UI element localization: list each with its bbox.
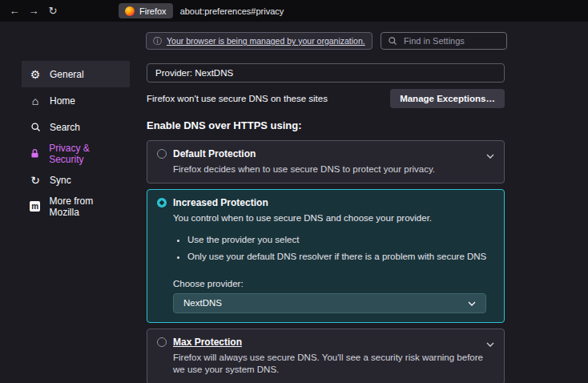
lock-icon <box>28 148 42 159</box>
sidebar-item-more-from-mozilla[interactable]: m More from Mozilla <box>22 193 130 220</box>
settings-search-box[interactable] <box>381 32 507 50</box>
sidebar-item-label: More from Mozilla <box>49 196 123 218</box>
option-label: Max Protection <box>173 337 242 348</box>
site-identity-chip[interactable]: Firefox <box>119 3 173 18</box>
dns-option-default[interactable]: Default Protection Firefox decides when … <box>147 140 505 184</box>
sidebar-item-sync[interactable]: ↻ Sync <box>22 167 130 193</box>
radio-max-protection[interactable] <box>157 337 167 347</box>
search-icon <box>28 122 42 132</box>
option-bullet-list: Use the provider you select Only use you… <box>176 235 494 261</box>
option-label: Default Protection <box>173 148 256 159</box>
sidebar-item-search[interactable]: Search <box>22 114 130 140</box>
back-button[interactable]: ← <box>5 2 24 20</box>
manage-exceptions-button[interactable]: Manage Exceptions… <box>390 89 505 108</box>
option-header: Increased Protection <box>157 197 494 208</box>
option-header: Default Protection <box>157 148 494 159</box>
gear-icon: ⚙ <box>28 69 42 80</box>
dns-heading: Enable DNS over HTTPS using: <box>147 119 505 131</box>
chevron-down-icon <box>468 298 476 308</box>
sidebar-item-general[interactable]: ⚙ General <box>22 61 130 87</box>
option-description: Firefox will always use secure DNS. You'… <box>173 352 494 377</box>
sidebar-item-privacy-security[interactable]: Privacy & Security <box>22 140 130 167</box>
url-bar[interactable]: about:preferences#privacy <box>180 6 284 16</box>
chevron-down-icon[interactable] <box>486 150 494 161</box>
exceptions-row: Firefox won't use secure DNS on these si… <box>147 89 505 108</box>
radio-increased-protection[interactable] <box>157 198 167 208</box>
provider-select[interactable]: NextDNS <box>173 293 486 313</box>
managed-by-org-link[interactable]: Your browser is being managed by your or… <box>167 36 365 46</box>
provider-select-value: NextDNS <box>183 298 222 308</box>
exceptions-note: Firefox won't use secure DNS on these si… <box>147 94 328 103</box>
dns-option-list: Default Protection Firefox decides when … <box>147 140 505 383</box>
preferences-sidebar: ⚙ General ⌂ Home Search Privacy & Securi… <box>22 61 130 220</box>
sidebar-item-label: Sync <box>50 175 71 186</box>
sidebar-item-home[interactable]: ⌂ Home <box>22 87 130 114</box>
bullet-item: Only use your default DNS resolver if th… <box>187 252 494 261</box>
info-icon: ⓘ <box>153 37 162 46</box>
sidebar-item-label: Privacy & Security <box>49 143 123 165</box>
sync-icon: ↻ <box>28 175 42 186</box>
option-description: You control when to use secure DNS and c… <box>173 212 494 225</box>
reload-button[interactable]: ↻ <box>43 2 62 20</box>
firefox-logo-icon <box>125 6 135 16</box>
sidebar-item-label: General <box>50 69 84 80</box>
dns-option-increased[interactable]: Increased Protection You control when to… <box>147 189 505 323</box>
dns-option-max[interactable]: Max Protection Firefox will always use s… <box>147 329 505 383</box>
browser-toolbar: ← → ↻ Firefox about:preferences#privacy <box>0 0 588 22</box>
dns-over-https-section: Provider: NextDNS Firefox won't use secu… <box>147 61 505 383</box>
sidebar-item-label: Home <box>50 95 75 107</box>
option-label: Increased Protection <box>173 197 268 208</box>
option-description: Firefox decides when to use secure DNS t… <box>173 163 494 176</box>
forward-button[interactable]: → <box>24 2 43 20</box>
choose-provider-label: Choose provider: <box>173 279 494 288</box>
home-icon: ⌂ <box>28 95 42 107</box>
radio-default-protection[interactable] <box>157 149 167 159</box>
managed-by-org-banner: ⓘ Your browser is being managed by your … <box>146 32 373 50</box>
mozilla-icon: m <box>28 201 42 212</box>
search-input[interactable] <box>402 35 493 46</box>
bullet-item: Use the provider you select <box>187 235 494 244</box>
current-provider-text: Provider: NextDNS <box>155 68 233 78</box>
current-provider-box: Provider: NextDNS <box>147 63 505 83</box>
sidebar-item-label: Search <box>50 122 80 133</box>
chevron-down-icon[interactable] <box>486 338 494 349</box>
search-icon <box>388 36 397 46</box>
site-identity-label: Firefox <box>139 6 167 16</box>
option-header: Max Protection <box>157 337 494 348</box>
